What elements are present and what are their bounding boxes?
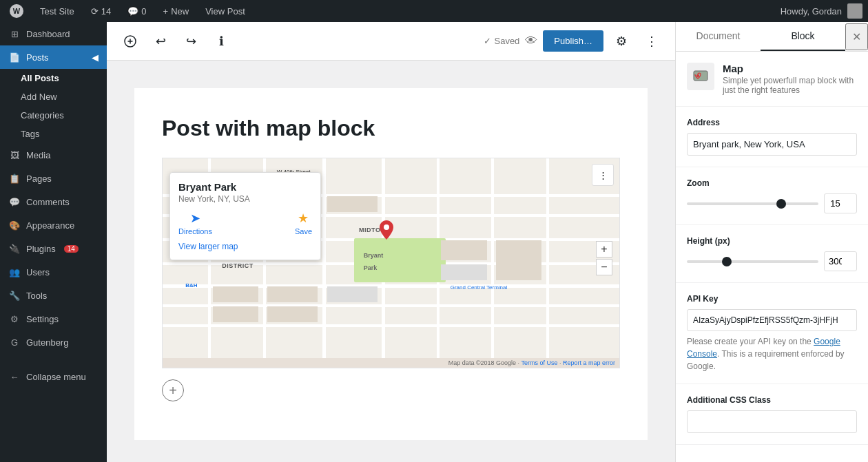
address-input[interactable] — [687, 133, 857, 156]
sidebar-item-settings[interactable]: ⚙ Settings — [0, 307, 107, 330]
new-icon: + — [163, 6, 169, 17]
sidebar-item-plugins[interactable]: 🔌 Plugins 14 — [0, 237, 107, 260]
sidebar-item-gutenberg[interactable]: G Gutenberg — [0, 330, 107, 354]
sidebar-item-comments[interactable]: 💬 Comments — [0, 190, 107, 213]
sidebar-item-media[interactable]: 🖼 Media — [0, 143, 107, 167]
all-posts-label: All Posts — [21, 73, 59, 83]
sidebar-item-dashboard[interactable]: ⊞ Dashboard — [0, 22, 107, 45]
view-post-label: View Post — [205, 6, 245, 17]
height-value[interactable] — [824, 251, 857, 271]
check-icon: ✓ — [484, 36, 491, 46]
sidebar-item-categories[interactable]: Categories — [0, 106, 107, 125]
preview-btn[interactable]: 👁 — [525, 34, 537, 48]
map-footer: Map data ©2018 Google · Terms of Use · R… — [163, 358, 619, 368]
css-class-input[interactable] — [687, 410, 857, 433]
css-class-label: Additional CSS Class — [687, 395, 857, 405]
sidebar-item-users[interactable]: 👥 Users — [0, 260, 107, 284]
tools-icon: 🔧 — [8, 289, 21, 302]
map-attribution: Map data ©2018 Google — [448, 359, 516, 366]
sidebar-item-pages[interactable]: 📋 Pages — [0, 167, 107, 190]
publish-btn[interactable]: Publish… — [543, 30, 603, 52]
comments-icon: 💬 — [127, 6, 138, 17]
height-slider-row — [687, 251, 857, 271]
updates-btn[interactable]: ⟳ 14 — [87, 6, 115, 17]
collapse-icon: ← — [8, 370, 21, 383]
zoom-out-btn[interactable]: − — [596, 259, 612, 275]
height-label: Height (px) — [687, 236, 857, 246]
block-name: Map — [723, 63, 857, 74]
add-new-label: Add New — [21, 92, 57, 102]
block-icon — [687, 63, 714, 90]
settings-icon: ⚙ — [8, 313, 21, 325]
map-zoom-controls: + − — [596, 241, 612, 275]
redo-btn[interactable]: ↪ — [178, 29, 203, 54]
svg-point-1 — [384, 224, 389, 230]
info-btn[interactable]: ℹ — [209, 29, 234, 54]
undo-btn[interactable]: ↩ — [148, 29, 173, 54]
categories-label: Categories — [21, 110, 64, 120]
howdy-text: Howdy, Gordan — [781, 6, 842, 17]
view-post-btn[interactable]: View Post — [201, 6, 249, 17]
plus-icon — [124, 35, 136, 48]
css-class-section: Additional CSS Class — [676, 384, 868, 445]
zoom-slider[interactable] — [687, 202, 818, 205]
map-container[interactable]: GARMENT DISTRICT Bryant Park MIDTOWN B&H… — [163, 158, 619, 358]
sidebar-item-all-posts[interactable]: All Posts — [0, 69, 107, 87]
map-report-link[interactable]: Report a map error — [563, 359, 615, 366]
add-block-btn[interactable]: + — [162, 379, 184, 401]
height-section: Height (px) — [676, 225, 868, 283]
content-area: Post with map block ⋮ — [107, 61, 675, 462]
directions-label: Directions — [178, 227, 212, 235]
zoom-value[interactable] — [824, 193, 857, 213]
comments-sidebar-icon: 💬 — [8, 196, 21, 208]
sidebar-label-tools: Tools — [26, 291, 47, 301]
sidebar-item-add-new[interactable]: Add New — [0, 87, 107, 106]
block-tab[interactable]: Block — [761, 22, 845, 51]
sidebar-label-comments: Comments — [26, 197, 70, 207]
panel-close-btn[interactable]: ✕ — [845, 23, 868, 50]
plugins-badge: 14 — [64, 245, 79, 253]
toolbar-right: ✓ Saved 👁 Publish… ⚙ ⋮ — [484, 29, 664, 54]
panel-tabs: Document Block ✕ — [676, 22, 868, 52]
posts-icon: 📄 — [8, 51, 21, 63]
wp-logo-btn[interactable]: W — [6, 4, 28, 18]
more-options-btn[interactable]: ⋮ — [639, 29, 664, 54]
sidebar-item-posts[interactable]: 📄 Posts ◀ — [0, 45, 107, 69]
site-name-btn[interactable]: Test Site — [36, 6, 79, 17]
new-btn[interactable]: + New — [159, 6, 194, 17]
comments-count: 0 — [141, 6, 146, 17]
comments-btn[interactable]: 💬 0 — [123, 6, 150, 17]
map-pin — [380, 220, 393, 242]
updates-count: 14 — [101, 6, 111, 17]
svg-point-3 — [696, 74, 699, 77]
settings-gear-btn[interactable]: ⚙ — [609, 29, 634, 54]
collapse-label: Collapse menu — [26, 372, 86, 382]
sidebar-item-appearance[interactable]: 🎨 Appearance — [0, 213, 107, 237]
zoom-in-btn[interactable]: + — [596, 241, 612, 258]
directions-action[interactable]: ➤ Directions — [178, 211, 212, 235]
address-section: Address — [676, 107, 868, 167]
sidebar: ⊞ Dashboard 📄 Posts ◀ All Posts Add New … — [0, 22, 107, 462]
api-key-input[interactable] — [687, 309, 857, 331]
view-larger-link[interactable]: View larger map — [178, 242, 238, 251]
sidebar-collapse-menu[interactable]: ← Collapse menu — [0, 365, 107, 388]
post-title: Post with map block — [162, 116, 620, 141]
sidebar-item-tags[interactable]: Tags — [0, 125, 107, 143]
main-layout: ⊞ Dashboard 📄 Posts ◀ All Posts Add New … — [0, 22, 868, 462]
media-icon: 🖼 — [8, 149, 21, 161]
saved-indicator: ✓ Saved — [484, 36, 519, 46]
map-terms-link[interactable]: Terms of Use — [521, 359, 557, 366]
height-slider[interactable] — [687, 260, 818, 263]
right-panel: Document Block ✕ Map Simple yet powerful… — [675, 22, 868, 462]
address-label: Address — [687, 118, 857, 127]
save-action[interactable]: ★ Save — [295, 211, 312, 235]
wp-logo-icon: W — [10, 4, 23, 18]
users-icon: 👥 — [8, 266, 21, 278]
block-desc: Simple yet powerfull map block with just… — [723, 76, 857, 95]
map-popup: Bryant Park New York, NY, USA ➤ Directio… — [169, 172, 321, 260]
document-tab[interactable]: Document — [676, 22, 761, 51]
add-block-toolbar-btn[interactable] — [118, 29, 143, 54]
sidebar-item-tools[interactable]: 🔧 Tools — [0, 284, 107, 307]
api-key-section: API Key Please create your API key on th… — [676, 283, 868, 384]
map-block-menu-btn[interactable]: ⋮ — [592, 164, 614, 186]
